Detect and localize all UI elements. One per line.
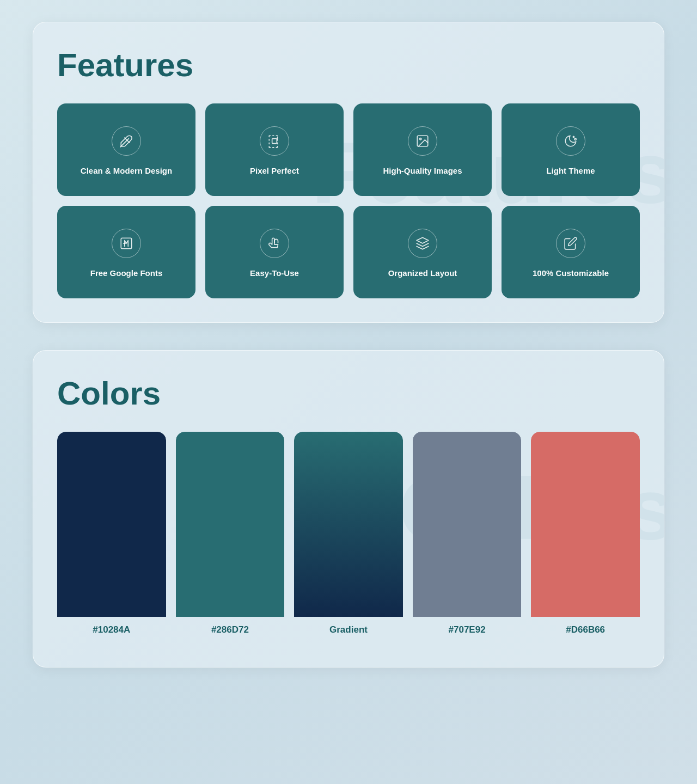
feature-card-organized: Organized Layout [353,206,492,298]
edit-icon [564,236,578,250]
features-section: Features Features Clean & Modern Design [33,22,664,323]
colors-title: Colors [57,375,640,412]
feature-card-easy-to-use: Easy-To-Use [205,206,344,298]
teal-label: #286D72 [176,617,285,643]
google-fonts-label: Free Google Fonts [90,268,163,279]
google-fonts-icon-circle [112,229,141,258]
color-card-coral: #D66B66 [531,432,640,643]
customizable-label: 100% Customizable [533,268,609,279]
svg-point-4 [420,138,421,140]
feature-card-high-quality: High-Quality Images [353,103,492,196]
svg-line-0 [120,139,129,147]
colors-grid: #10284A #286D72 Gradient #707E92 #D66B66 [57,432,640,643]
dark-navy-swatch [57,432,166,617]
pixel-perfect-label: Pixel Perfect [250,166,299,176]
customizable-icon-circle [556,229,585,258]
features-grid: Clean & Modern Design Pixel Perfect H [57,103,640,298]
light-theme-label: Light Theme [546,166,595,176]
gradient-swatch [294,432,403,617]
feature-card-clean-design: Clean & Modern Design [57,103,195,196]
dark-navy-label: #10284A [57,617,166,643]
svg-point-6 [574,138,576,140]
feature-card-customizable: 100% Customizable [502,206,640,298]
easy-to-use-label: Easy-To-Use [250,268,299,279]
high-quality-icon-circle [408,126,437,156]
layers-icon [415,236,430,250]
moon-icon [564,134,578,148]
coral-swatch [531,432,640,617]
features-title: Features [57,46,640,84]
svg-rect-2 [272,139,277,144]
color-card-dark-navy: #10284A [57,432,166,643]
high-quality-label: High-Quality Images [383,166,462,176]
gradient-label: Gradient [294,617,403,643]
color-card-gray: #707E92 [413,432,522,643]
pixel-perfect-icon-circle [260,126,289,156]
touch-icon [267,236,282,250]
brush-icon [119,134,133,148]
svg-point-5 [573,137,574,138]
coral-label: #D66B66 [531,617,640,643]
font-icon [119,236,133,250]
gray-label: #707E92 [413,617,522,643]
teal-swatch [176,432,285,617]
organized-icon-circle [408,229,437,258]
svg-marker-9 [417,237,429,243]
feature-card-light-theme: Light Theme [502,103,640,196]
organized-label: Organized Layout [388,268,457,279]
gray-swatch [413,432,522,617]
feature-card-pixel-perfect: Pixel Perfect [205,103,344,196]
colors-section: Colors Colors #10284A #286D72 Gradient #… [33,350,664,667]
clean-design-icon-circle [112,126,141,156]
vector-icon [267,134,282,148]
easy-to-use-icon-circle [260,229,289,258]
color-card-gradient: Gradient [294,432,403,643]
image-icon [415,134,430,148]
color-card-teal: #286D72 [176,432,285,643]
clean-design-label: Clean & Modern Design [81,166,172,176]
feature-card-google-fonts: Free Google Fonts [57,206,195,298]
light-theme-icon-circle [556,126,585,156]
